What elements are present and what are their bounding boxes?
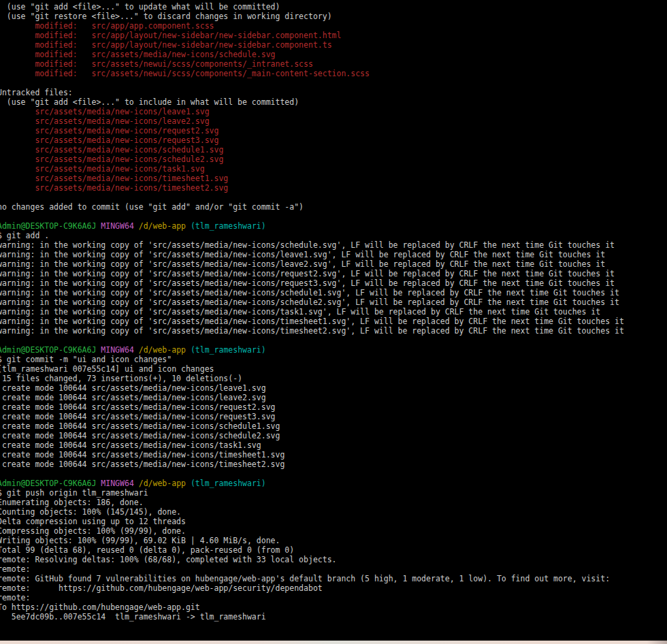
terminal-line: create mode 100644 src/assets/media/new-… [0, 393, 667, 402]
terminal-line: warning: in the working copy of 'src/ass… [0, 307, 667, 317]
terminal-text: To https://github.com/hubengage/web-app.… [0, 602, 200, 612]
terminal-line: modified: src/app/layout/new-sidebar/new… [0, 31, 667, 40]
terminal-text: $ git add . [0, 231, 49, 240]
prompt-cwd: /d/web-app [139, 479, 186, 488]
terminal-line: warning: in the working copy of 'src/ass… [0, 326, 667, 336]
terminal-line: (use "git restore <file>..." to discard … [0, 12, 667, 21]
prompt-msystem: MINGW64 [101, 221, 133, 231]
terminal-text: remote: [0, 564, 30, 574]
terminal-screen[interactable]: (use "git add <file>..." to update what … [0, 2, 667, 622]
terminal-line: Counting objects: 100% (145/145), done. [0, 507, 667, 517]
prompt-branch: (tlm_rameshwari) [191, 221, 266, 231]
terminal-window: (use "git add <file>..." to update what … [0, 0, 667, 644]
terminal-line [0, 212, 667, 221]
terminal-line: (use "git add <file>..." to update what … [0, 2, 667, 12]
terminal-line: warning: in the working copy of 'src/ass… [0, 240, 667, 250]
terminal-text: Writing objects: 100% (99/99), 69.02 KiB… [0, 536, 280, 545]
terminal-line: modified: src/assets/media/new-icons/sch… [0, 50, 667, 59]
prompt-branch: (tlm_rameshwari) [191, 345, 266, 355]
terminal-line: modified: src/app/app.component.scss [0, 21, 667, 31]
terminal-text: warning: in the working copy of 'src/ass… [0, 317, 624, 326]
terminal-text: warning: in the working copy of 'src/ass… [0, 240, 615, 250]
terminal-text: create mode 100644 src/assets/media/new-… [0, 431, 280, 440]
terminal-text: src/assets/media/new-icons/timesheet2.sv… [0, 183, 228, 193]
terminal-text: create mode 100644 src/assets/media/new-… [0, 383, 266, 393]
terminal-text: Delta compression using up to 12 threads [0, 517, 186, 526]
terminal-text: create mode 100644 src/assets/media/new-… [0, 402, 276, 412]
terminal-line: 5ee7dc09b..007e55c14 tlm_rameshwari -> t… [0, 612, 667, 622]
terminal-line: To https://github.com/hubengage/web-app.… [0, 602, 667, 612]
terminal-line: create mode 100644 src/assets/media/new-… [0, 431, 667, 440]
terminal-line [0, 469, 667, 479]
terminal-line: create mode 100644 src/assets/media/new-… [0, 450, 667, 460]
terminal-line: warning: in the working copy of 'src/ass… [0, 269, 667, 278]
terminal-text: Untracked files: [0, 88, 73, 97]
terminal-text: modified: src/assets/newui/scss/componen… [0, 69, 370, 78]
terminal-line: Enumerating objects: 186, done. [0, 498, 667, 507]
terminal-text: remote: GitHub found 7 vulnerabilities o… [0, 574, 610, 583]
terminal-text: src/assets/media/new-icons/schedule2.svg [0, 155, 223, 164]
terminal-line: warning: in the working copy of 'src/ass… [0, 278, 667, 288]
terminal-text: warning: in the working copy of 'src/ass… [0, 307, 600, 317]
terminal-line: Untracked files: [0, 88, 667, 97]
terminal-line: create mode 100644 src/assets/media/new-… [0, 412, 667, 421]
terminal-text: remote: https://github.com/hubengage/web… [0, 583, 323, 593]
terminal-text: src/assets/media/new-icons/leave1.svg [0, 107, 210, 116]
terminal-text: modified: src/app/app.component.scss [0, 21, 214, 31]
terminal-text: create mode 100644 src/assets/media/new-… [0, 412, 276, 421]
terminal-line: warning: in the working copy of 'src/ass… [0, 297, 667, 307]
terminal-line: remote: GitHub found 7 vulnerabilities o… [0, 574, 667, 583]
terminal-line: Admin@DESKTOP-C9K6A6J MINGW64 /d/web-app… [0, 345, 667, 355]
terminal-text: (use "git add <file>..." to include in w… [0, 97, 299, 107]
terminal-line: modified: src/app/layout/new-sidebar/new… [0, 40, 667, 50]
prompt-cwd: /d/web-app [139, 221, 186, 231]
terminal-line: Total 99 (delta 68), reused 0 (delta 0),… [0, 545, 667, 555]
terminal-text: src/assets/media/new-icons/timesheet1.sv… [0, 174, 228, 183]
terminal-text: create mode 100644 src/assets/media/new-… [0, 460, 284, 469]
terminal-line: warning: in the working copy of 'src/ass… [0, 250, 667, 259]
terminal-text: src/assets/media/new-icons/schedule1.svg [0, 145, 223, 155]
terminal-line: create mode 100644 src/assets/media/new-… [0, 421, 667, 431]
terminal-line: create mode 100644 src/assets/media/new-… [0, 460, 667, 469]
terminal-text: src/assets/media/new-icons/request2.svg [0, 126, 218, 135]
terminal-text: create mode 100644 src/assets/media/new-… [0, 440, 261, 450]
terminal-line: warning: in the working copy of 'src/ass… [0, 317, 667, 326]
terminal-text: (use "git add <file>..." to update what … [0, 2, 280, 12]
terminal-line: Admin@DESKTOP-C9K6A6J MINGW64 /d/web-app… [0, 221, 667, 231]
terminal-text: 15 files changed, 73 insertions(+), 10 d… [0, 374, 242, 383]
prompt-msystem: MINGW64 [101, 479, 133, 488]
terminal-line: Delta compression using up to 12 threads [0, 517, 667, 526]
terminal-text: no changes added to commit (use "git add… [0, 202, 304, 212]
terminal-line: (use "git add <file>..." to include in w… [0, 97, 667, 107]
terminal-line: remote: [0, 593, 667, 602]
terminal-text: $ git commit -m "ui and icon changes" [0, 355, 172, 364]
terminal-text: remote: Resolving deltas: 100% (68/68), … [0, 555, 337, 564]
terminal-text: 5ee7dc09b..007e55c14 tlm_rameshwari -> t… [0, 612, 266, 622]
terminal-line: Writing objects: 100% (99/99), 69.02 KiB… [0, 536, 667, 545]
terminal-line: $ git commit -m "ui and icon changes" [0, 355, 667, 364]
terminal-text: modified: src/app/layout/new-sidebar/new… [0, 40, 332, 50]
terminal-text: src/assets/media/new-icons/leave2.svg [0, 116, 210, 126]
terminal-line: src/assets/media/new-icons/leave1.svg [0, 107, 667, 116]
terminal-line: modified: src/assets/newui/scss/componen… [0, 59, 667, 69]
terminal-text: modified: src/app/layout/new-sidebar/new… [0, 31, 341, 40]
prompt-user-host: Admin@DESKTOP-C9K6A6J [0, 345, 96, 355]
terminal-text: warning: in the working copy of 'src/ass… [0, 297, 619, 307]
terminal-line: src/assets/media/new-icons/schedule1.svg [0, 145, 667, 155]
terminal-text: Total 99 (delta 68), reused 0 (delta 0),… [0, 545, 294, 555]
terminal-text: create mode 100644 src/assets/media/new-… [0, 421, 280, 431]
terminal-line: $ git push origin tlm_rameshwari [0, 488, 667, 498]
terminal-text: warning: in the working copy of 'src/ass… [0, 288, 619, 297]
terminal-line: 15 files changed, 73 insertions(+), 10 d… [0, 374, 667, 383]
terminal-text: Counting objects: 100% (145/145), done. [0, 507, 181, 517]
prompt-cwd: /d/web-app [139, 345, 186, 355]
terminal-text: warning: in the working copy of 'src/ass… [0, 250, 605, 259]
terminal-line: src/assets/media/new-icons/schedule2.svg [0, 155, 667, 164]
terminal-line: src/assets/media/new-icons/leave2.svg [0, 116, 667, 126]
terminal-line: create mode 100644 src/assets/media/new-… [0, 440, 667, 450]
terminal-line: src/assets/media/new-icons/request2.svg [0, 126, 667, 135]
terminal-text: Compressing objects: 100% (99/99), done. [0, 526, 186, 536]
terminal-text: warning: in the working copy of 'src/ass… [0, 259, 605, 269]
terminal-line: $ git add . [0, 231, 667, 240]
terminal-line [0, 193, 667, 202]
